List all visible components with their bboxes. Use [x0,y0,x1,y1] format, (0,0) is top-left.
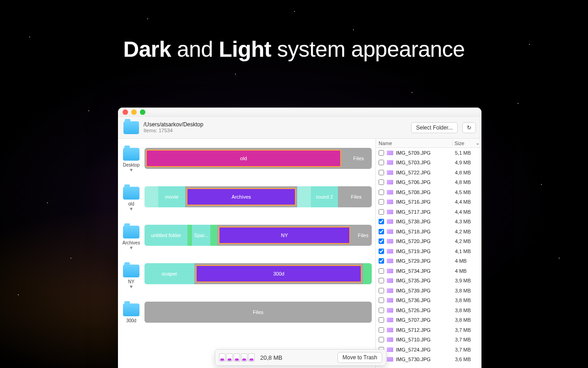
image-thumbnail-icon [387,170,393,175]
file-row[interactable]: IMG_5724.JPG3,7 MB [376,345,481,355]
bar-segment[interactable]: soaper [144,263,194,284]
size-bar[interactable]: Files [144,302,372,323]
minimize-icon[interactable] [131,109,137,115]
level-item[interactable]: Desktop▾ [123,148,140,187]
file-row[interactable]: IMG_5722.JPG4,8 MB [376,168,481,178]
folder-icon [123,187,139,200]
bar-segment[interactable] [363,263,372,284]
close-icon[interactable] [123,109,128,115]
image-thumbnail-icon [387,200,393,204]
file-checkbox[interactable] [379,229,384,234]
file-row[interactable]: IMG_5719.JPG4,1 MB [376,246,481,256]
file-checkbox[interactable] [379,278,384,283]
file-row[interactable]: IMG_5736.JPG3,8 MB [376,296,481,306]
file-checkbox[interactable] [379,268,384,274]
file-checkbox[interactable] [379,327,384,333]
file-row[interactable]: IMG_5717.JPG4,4 MB [376,207,481,217]
file-checkbox[interactable] [379,308,384,313]
file-row[interactable]: IMG_5735.JPG3,9 MB [376,276,481,286]
file-checkbox[interactable] [379,179,384,185]
image-thumbnail-icon [387,337,393,342]
bar-segment[interactable]: Spar... [192,225,210,246]
file-checkbox[interactable] [379,298,384,303]
selection-thumb-icon [226,353,233,362]
file-row[interactable]: IMG_5734.JPG4 MB [376,266,481,276]
file-row[interactable]: IMG_5710.JPG3,7 MB [376,335,481,345]
file-checkbox[interactable] [379,249,384,254]
file-checkbox[interactable] [379,219,384,224]
file-size: 3,7 MB [455,347,479,352]
size-bar[interactable]: oldFiles [144,148,372,169]
bar-segment[interactable] [210,225,217,246]
file-checkbox[interactable] [379,317,384,323]
file-checkbox[interactable] [379,160,384,165]
visualizer-pane: Desktop▾old▾Archives▾NY▾300d oldFilesmov… [118,139,375,368]
bar-segment[interactable]: NY [219,227,350,244]
level-item[interactable]: Archives▾ [123,226,140,265]
file-row[interactable]: IMG_5706.JPG4,8 MB [376,178,481,188]
level-item[interactable]: NY▾ [123,265,139,303]
bar-segment[interactable]: Archives [187,188,296,206]
file-checkbox[interactable] [379,258,384,264]
column-headers: Name Size ⌄ [376,139,481,148]
file-row[interactable]: IMG_5703.JPG4,9 MB [376,158,481,168]
file-list[interactable]: IMG_5709.JPG5,1 MBIMG_5703.JPG4,9 MBIMG_… [376,148,481,368]
size-bar[interactable]: untitled folderSpar...NYFiles [144,225,372,246]
file-size: 4,8 MB [455,179,479,185]
file-row[interactable]: IMG_5716.JPG4,4 MB [376,197,481,207]
move-to-trash-button[interactable]: Move to Trash [337,352,382,363]
file-checkbox[interactable] [379,288,384,293]
size-bar[interactable]: movieArchivesround 2Files [144,186,372,207]
bar-segment[interactable] [297,186,311,207]
level-item[interactable]: 300d [123,303,139,331]
file-checkbox[interactable] [379,209,384,215]
file-row[interactable]: IMG_5718.JPG4,2 MB [376,227,481,237]
bar-segment[interactable]: movie [158,186,186,207]
image-thumbnail-icon [387,357,393,362]
file-row[interactable]: IMG_5729.JPG4 MB [376,256,481,266]
chevron-down-icon: ▾ [130,167,133,173]
file-checkbox[interactable] [379,189,384,195]
file-row[interactable]: IMG_5709.JPG5,1 MB [376,148,481,158]
file-row[interactable]: IMG_5720.JPG4,2 MB [376,237,481,247]
file-checkbox[interactable] [379,199,384,205]
bar-segment[interactable]: Files [338,186,372,207]
refresh-button[interactable]: ↻ [462,122,476,133]
app-window: /Users/atsarkov/Desktop Items: 17534 Sel… [118,108,481,368]
column-name[interactable]: Name [376,141,452,146]
file-checkbox[interactable] [379,238,384,244]
select-folder-button[interactable]: Select Folder... [411,122,458,133]
maximize-icon[interactable] [140,109,145,115]
bar-segment[interactable]: 300d [196,265,362,282]
file-row[interactable]: IMG_5739.JPG3,8 MB [376,286,481,296]
file-name: IMG_5706.JPG [396,179,452,185]
column-size[interactable]: Size ⌄ [452,140,481,146]
file-row[interactable]: IMG_5726.JPG3,8 MB [376,305,481,315]
file-size: 4,4 MB [455,199,479,205]
bar-segment[interactable] [187,225,192,246]
column-size-label: Size [454,141,464,146]
bar-segment[interactable] [144,186,158,207]
file-row[interactable]: IMG_5707.JPG3,8 MB [376,315,481,325]
file-checkbox[interactable] [379,170,384,175]
file-checkbox[interactable] [379,337,384,342]
file-checkbox[interactable] [379,150,384,156]
bar-segment[interactable]: Files [144,302,372,323]
file-row[interactable]: IMG_5730.JPG3,6 MB [376,355,481,365]
bar-segment[interactable]: untitled folder [144,225,187,246]
bar-segment[interactable]: Files [342,148,372,169]
bar-segment[interactable]: old [146,150,341,167]
file-row[interactable]: IMG_5712.JPG3,7 MB [376,325,481,335]
image-thumbnail-icon [387,288,393,293]
file-row[interactable]: IMG_5708.JPG4,5 MB [376,187,481,197]
bar-segment[interactable]: Files [352,225,372,246]
image-thumbnail-icon [387,278,393,283]
file-row[interactable]: IMG_5738.JPG4,3 MB [376,217,481,227]
size-bar[interactable]: soaper300d [144,263,372,284]
file-name: IMG_5703.JPG [396,160,452,165]
level-item[interactable]: old▾ [123,187,139,226]
folder-icon [123,265,139,277]
bar-segment[interactable]: round 2 [311,186,338,207]
image-thumbnail-icon [387,308,393,313]
image-thumbnail-icon [387,151,393,155]
